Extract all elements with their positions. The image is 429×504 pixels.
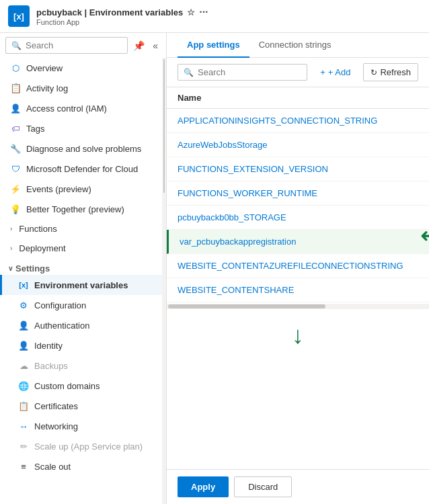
settings-section-label: Settings — [15, 263, 50, 274]
table-row[interactable]: APPLICATIONINSIGHTS_CONNECTION_STRING — [167, 109, 429, 133]
content-search-icon: 🔍 — [184, 68, 194, 77]
sidebar-label-networking: Networking — [34, 421, 78, 431]
settings-section-header: ∨ Settings — [0, 258, 162, 275]
defender-icon: 🛡 — [10, 163, 21, 174]
sidebar-item-tags[interactable]: 🏷 Tags — [0, 118, 162, 138]
sidebar-label-better-together: Better Together (preview) — [26, 204, 124, 214]
horizontal-scrollbar[interactable] — [167, 304, 429, 309]
tab-connection-strings[interactable]: Connection strings — [249, 33, 341, 58]
sidebar-item-networking[interactable]: ↔ Networking — [0, 416, 162, 436]
sidebar-label-defender: Microsoft Defender for Cloud — [26, 164, 138, 174]
env-variables-icon: [x] — [18, 280, 29, 290]
table-row[interactable]: FUNCTIONS_EXTENSION_VERSION — [167, 157, 429, 181]
sidebar-label-overview: Overview — [26, 63, 63, 73]
app-header: [x] pcbuyback | Environment variables ☆ … — [0, 0, 429, 33]
content-search-input[interactable] — [198, 67, 301, 77]
table-column-name: Name — [167, 87, 429, 109]
sidebar-label-authentication: Authentication — [34, 321, 89, 331]
sidebar-collapse-btn[interactable]: « — [150, 39, 161, 52]
sidebar-label-activity-log: Activity log — [26, 83, 68, 93]
sidebar-label-events: Events (preview) — [26, 184, 91, 194]
sidebar-item-diagnose[interactable]: 🔧 Diagnose and solve problems — [0, 138, 162, 159]
sidebar-label-certificates: Certificates — [34, 401, 78, 411]
sidebar-item-backups: ☁ Backups — [0, 355, 162, 376]
page-subtitle: Function App — [36, 18, 208, 26]
sidebar-pin-btn[interactable]: 📌 — [130, 39, 147, 52]
table-row[interactable]: pcbuybackb0bb_STORAGE — [167, 206, 429, 230]
content-tabs: App settings Connection strings — [167, 33, 429, 58]
add-button[interactable]: + + Add — [313, 63, 358, 81]
configuration-icon: ⚙ — [18, 300, 29, 310]
scale-up-icon: ✏ — [18, 441, 29, 452]
sidebar-nav: ⬡ Overview 📋 Activity log 👤 Access contr… — [0, 58, 162, 504]
tab-app-settings[interactable]: App settings — [178, 33, 249, 58]
events-icon: ⚡ — [10, 183, 21, 194]
arrow-right-annotation: ➜ — [420, 224, 429, 247]
refresh-icon: ↻ — [370, 68, 377, 77]
sidebar-item-defender[interactable]: 🛡 Microsoft Defender for Cloud — [0, 159, 162, 179]
sidebar-search-box[interactable]: 🔍 — [5, 37, 128, 54]
more-icon[interactable]: ··· — [199, 6, 208, 18]
page-title: pcbuyback | Environment variables ☆ ··· — [36, 6, 208, 18]
overview-icon: ⬡ — [10, 62, 21, 73]
star-icon[interactable]: ☆ — [187, 7, 195, 17]
scale-out-icon: ≡ — [18, 461, 29, 472]
table-row[interactable]: WEBSITE_CONTENTAZUREFILECONNECTIONSTRING — [167, 254, 429, 278]
certificates-icon: 📋 — [18, 401, 29, 411]
refresh-button[interactable]: ↻ Refresh — [363, 63, 418, 81]
sidebar: 🔍 📌 « ⬡ Overview 📋 Activity log 👤 Acces — [0, 33, 167, 504]
sidebar-item-identity[interactable]: 👤 Identity — [0, 335, 162, 355]
content-footer: Apply Discard — [167, 469, 429, 504]
sidebar-item-custom-domains[interactable]: 🌐 Custom domains — [0, 376, 162, 396]
sidebar-item-access-control[interactable]: 👤 Access control (IAM) — [0, 98, 162, 118]
discard-button[interactable]: Discard — [234, 476, 292, 497]
sidebar-item-overview[interactable]: ⬡ Overview — [0, 58, 162, 78]
add-icon: + — [320, 67, 325, 77]
better-together-icon: 💡 — [10, 204, 21, 214]
scrollbar-thumb — [168, 304, 325, 308]
sidebar-label-scale-out: Scale out — [34, 462, 71, 472]
sidebar-item-functions[interactable]: › Functions — [0, 219, 162, 239]
apply-button[interactable]: Apply — [178, 476, 229, 497]
sidebar-item-activity-log[interactable]: 📋 Activity log — [0, 78, 162, 98]
sidebar-item-configuration[interactable]: ⚙ Configuration — [0, 295, 162, 315]
sidebar-item-authentication[interactable]: 👤 Authentication — [0, 315, 162, 335]
table-row[interactable]: AzureWebJobsStorage — [167, 133, 429, 157]
sidebar-search-input[interactable] — [26, 40, 122, 50]
sidebar-label-backups: Backups — [34, 361, 68, 371]
sidebar-label-access-control: Access control (IAM) — [26, 103, 107, 114]
backups-icon: ☁ — [18, 360, 29, 371]
sidebar-scrollbar[interactable] — [162, 58, 166, 504]
deployment-chevron-icon: › — [10, 245, 12, 252]
content-search-box[interactable]: 🔍 — [178, 64, 307, 81]
table-row[interactable]: WEBSITE_CONTENTSHARE — [167, 278, 429, 302]
diagnose-icon: 🔧 — [10, 143, 21, 154]
sidebar-item-better-together[interactable]: 💡 Better Together (preview) — [0, 199, 162, 219]
access-control-icon: 👤 — [10, 103, 21, 114]
content-area: App settings Connection strings 🔍 + + Ad… — [167, 33, 429, 504]
sidebar-item-certificates[interactable]: 📋 Certificates — [0, 396, 162, 416]
highlighted-row-container: var_pcbuybackappregistration ➜ — [167, 230, 429, 254]
sidebar-item-deployment[interactable]: › Deployment — [0, 239, 162, 258]
sidebar-label-tags: Tags — [26, 124, 44, 134]
settings-chevron-icon: ∨ — [8, 265, 13, 272]
content-toolbar: 🔍 + + Add ↻ Refresh — [167, 58, 429, 87]
sidebar-label-scale-up: Scale up (App Service plan) — [34, 442, 143, 452]
table-row-highlighted[interactable]: var_pcbuybackappregistration — [167, 230, 429, 254]
arrow-down-container: ↓ — [167, 310, 429, 355]
sidebar-label-diagnose: Diagnose and solve problems — [26, 144, 141, 154]
env-table: Name APPLICATIONINSIGHTS_CONNECTION_STRI… — [167, 87, 429, 469]
sidebar-item-env-variables[interactable]: [x] Environment variables — [0, 275, 162, 295]
arrow-down-annotation: ↓ — [292, 321, 304, 349]
header-title-group: pcbuyback | Environment variables ☆ ··· … — [36, 6, 208, 26]
sidebar-search-icon: 🔍 — [11, 41, 22, 50]
sidebar-item-scale-out[interactable]: ≡ Scale out — [0, 456, 162, 476]
main-layout: 🔍 📌 « ⬡ Overview 📋 Activity log 👤 Acces — [0, 33, 429, 504]
sidebar-item-scale-up: ✏ Scale up (App Service plan) — [0, 436, 162, 456]
tags-icon: 🏷 — [10, 123, 21, 134]
custom-domains-icon: 🌐 — [18, 380, 29, 391]
networking-icon: ↔ — [18, 421, 29, 431]
sidebar-item-events[interactable]: ⚡ Events (preview) — [0, 179, 162, 199]
table-row[interactable]: FUNCTIONS_WORKER_RUNTIME — [167, 181, 429, 206]
app-icon: [x] — [8, 5, 30, 27]
